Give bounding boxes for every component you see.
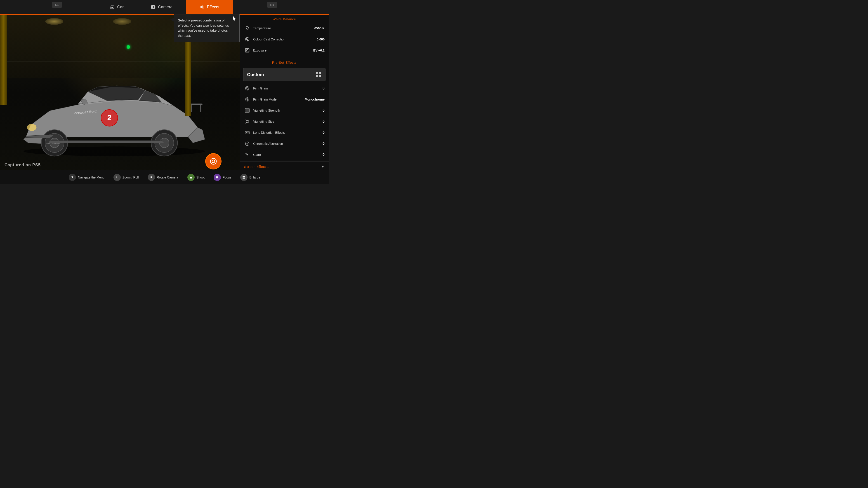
screen-effect-header[interactable]: Screen Effect 1 ▼ [240, 162, 329, 171]
svg-rect-22 [246, 109, 249, 112]
orange-border [0, 14, 329, 15]
white-balance-header: White Balance [240, 15, 329, 23]
navigate-icon [69, 174, 76, 181]
watermark-text: Captured on PS5 [4, 163, 41, 167]
traffic-light [127, 45, 130, 49]
glare-icon [244, 152, 250, 158]
temperature-icon [244, 25, 250, 31]
vignetting-strength-row[interactable]: Vignetting Strength 0 [240, 105, 329, 116]
colour-cast-label: Colour Cast Correction [253, 37, 317, 41]
chevron-down-icon: ▼ [321, 165, 324, 169]
rotate-icon: R [148, 174, 155, 181]
enlarge-label: Enlarge [249, 175, 260, 179]
tooltip-box: Select a pre-set combination of effects.… [174, 14, 240, 42]
focus-control: Focus [214, 174, 231, 181]
exposure-icon [244, 47, 250, 54]
film-grain-label: Film Grain [253, 87, 322, 90]
colour-cast-icon [244, 36, 250, 42]
svg-point-25 [246, 143, 248, 144]
colour-cast-row[interactable]: Colour Cast Correction 0.000 [240, 34, 329, 45]
cursor-arrow [170, 18, 174, 22]
film-grain-mode-icon [244, 96, 250, 103]
rotate-control: R Rotate Camera [148, 174, 178, 181]
tab-car[interactable]: Car [96, 0, 137, 14]
ceiling-light-2 [113, 18, 131, 25]
grid-btn-icon [240, 174, 248, 181]
divider-2 [240, 161, 329, 162]
tooltip-text: Select a pre-set combination of effects.… [178, 18, 231, 37]
lens-distortion-icon [244, 129, 250, 136]
l1-button[interactable]: L1 [52, 2, 62, 8]
navigate-label: Navigate the Menu [78, 175, 104, 179]
svg-point-17 [212, 160, 215, 162]
ceiling-light-1 [45, 18, 63, 25]
l1-label: L1 [55, 3, 59, 6]
topbar: L1 Car Camera Effects R1 [0, 0, 329, 14]
film-grain-mode-value: Monochrome [305, 98, 324, 101]
film-grain-mode-label: Film Grain Mode [253, 98, 305, 101]
tab-camera[interactable]: Camera [137, 0, 186, 14]
mouse-cursor-icon [232, 16, 238, 22]
svg-point-9 [27, 124, 37, 131]
screen-effect-title: Screen Effect 1 [244, 165, 321, 168]
effects-icon [199, 4, 205, 9]
film-grain-mode-row[interactable]: Film Grain Mode Monochrome [240, 94, 329, 105]
svg-rect-30 [216, 176, 218, 178]
vignetting-size-label: Vignetting Size [253, 120, 322, 123]
custom-preset-row[interactable]: Custom [243, 68, 326, 81]
temperature-row[interactable]: Temperature 6500 K [240, 23, 329, 34]
zoom-label: Zoom / Roll [123, 175, 139, 179]
temperature-label: Temperature [253, 26, 314, 30]
rotate-label: Rotate Camera [157, 175, 178, 179]
colour-cast-value: 0.000 [317, 37, 324, 41]
film-grain-icon [244, 85, 250, 92]
chromatic-aberration-row[interactable]: Chromatic Aberration 0 [240, 138, 329, 149]
tab-camera-label: Camera [158, 5, 173, 9]
chromatic-aberration-value: 0 [322, 142, 324, 146]
tab-effects[interactable]: Effects [186, 0, 233, 14]
vignetting-strength-value: 0 [322, 108, 324, 112]
svg-rect-13 [200, 105, 201, 112]
shoot-control-label: Shoot [196, 175, 205, 179]
zoom-icon: L [114, 174, 121, 181]
lens-distortion-row[interactable]: Lens Distortion Effects 0 [240, 127, 329, 138]
exposure-label: Exposure [253, 48, 313, 52]
pillar-left [0, 15, 7, 105]
custom-preset-label: Custom [247, 72, 315, 77]
square-icon [214, 174, 221, 181]
vignetting-strength-icon [244, 107, 250, 113]
glare-value: 0 [322, 153, 324, 157]
vignetting-strength-label: Vignetting Strength [253, 109, 322, 112]
vignetting-size-icon [244, 119, 250, 125]
divider-1 [240, 57, 329, 57]
tab-effects-label: Effects [207, 5, 219, 9]
chromatic-aberration-icon [244, 140, 250, 147]
grid-icon [315, 71, 322, 78]
svg-rect-24 [245, 131, 249, 134]
vignetting-size-row[interactable]: Vignetting Size 0 [240, 116, 329, 127]
ps5-watermark: Captured on PS5 [4, 163, 41, 167]
enlarge-control: Enlarge [240, 174, 260, 181]
svg-text:BRIDGESTONE: BRIDGESTONE [46, 142, 60, 144]
r1-label: R1 [270, 3, 274, 6]
lens-distortion-label: Lens Distortion Effects [253, 131, 322, 134]
exposure-row[interactable]: Exposure EV +0.2 [240, 45, 329, 56]
glare-label: Glare [253, 153, 322, 157]
chromatic-aberration-label: Chromatic Aberration [253, 142, 322, 145]
triangle-icon [187, 174, 195, 181]
bottom-bar: Navigate the Menu L Zoom / Roll R Rotate… [0, 170, 329, 184]
film-grain-value: 0 [322, 86, 324, 90]
exposure-value: EV +0.2 [313, 48, 324, 52]
glare-row[interactable]: Glare 0 [240, 149, 329, 160]
lens-distortion-value: 0 [322, 131, 324, 135]
preset-effects-header: Pre-Set Effects [240, 58, 329, 66]
car-icon [110, 4, 115, 9]
temperature-value: 6500 K [314, 26, 324, 30]
film-grain-row[interactable]: Film Grain 0 [240, 83, 329, 94]
shoot-circle[interactable] [205, 153, 221, 169]
svg-point-20 [247, 99, 248, 100]
svg-text:2: 2 [107, 113, 112, 122]
navigate-control: Navigate the Menu [69, 174, 104, 181]
r1-button[interactable]: R1 [267, 2, 277, 8]
right-panel: White Balance Temperature 6500 K Colour … [240, 15, 329, 184]
